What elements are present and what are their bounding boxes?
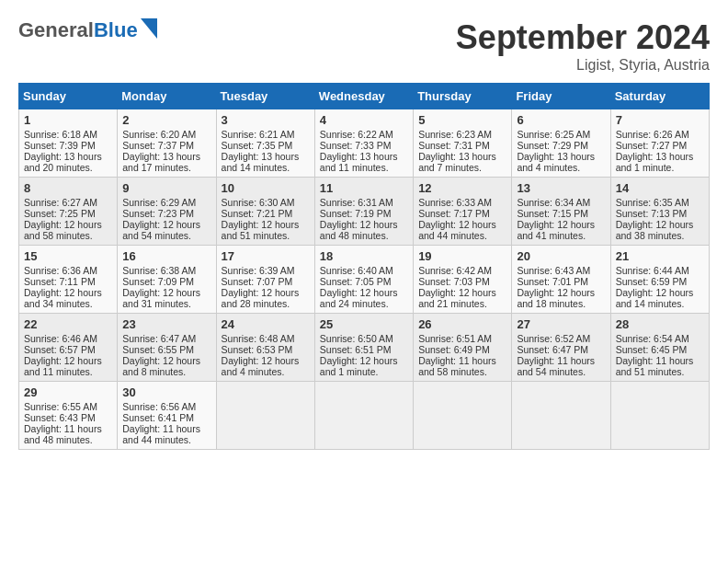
day-number: 17 — [222, 249, 310, 263]
day-number: 19 — [418, 249, 506, 263]
calendar-cell: 21Sunrise: 6:44 AMSunset: 6:59 PMDayligh… — [610, 246, 709, 314]
day-info-line: Sunset: 7:29 PM — [517, 140, 605, 151]
day-number: 10 — [222, 181, 310, 195]
day-info-line: Sunset: 7:13 PM — [616, 208, 704, 219]
calendar-cell: 12Sunrise: 6:33 AMSunset: 7:17 PMDayligh… — [414, 178, 512, 246]
calendar-cell: 14Sunrise: 6:35 AMSunset: 7:13 PMDayligh… — [610, 178, 709, 246]
calendar-cell: 7Sunrise: 6:26 AMSunset: 7:27 PMDaylight… — [610, 109, 709, 178]
calendar-cell — [610, 382, 709, 450]
day-info-line: Daylight: 12 hours — [320, 355, 408, 366]
day-info-line: Daylight: 12 hours — [418, 287, 506, 298]
calendar-cell: 30Sunrise: 6:56 AMSunset: 6:41 PMDayligh… — [118, 382, 216, 450]
day-info-line: Sunrise: 6:35 AM — [616, 197, 704, 208]
calendar-cell: 1Sunrise: 6:18 AMSunset: 7:39 PMDaylight… — [19, 109, 118, 178]
weekday-header-row: SundayMondayTuesdayWednesdayThursdayFrid… — [19, 84, 710, 109]
day-info-line: Sunrise: 6:38 AM — [122, 265, 210, 276]
day-info-line: and 14 minutes. — [616, 298, 704, 309]
day-info-line: Daylight: 11 hours — [517, 355, 605, 366]
calendar-cell: 11Sunrise: 6:31 AMSunset: 7:19 PMDayligh… — [314, 178, 413, 246]
day-number: 15 — [24, 249, 112, 263]
day-info-line: Sunrise: 6:44 AM — [616, 265, 704, 276]
day-info-line: and 7 minutes. — [418, 162, 506, 173]
day-number: 25 — [320, 317, 408, 331]
logo-general: General — [18, 18, 94, 41]
calendar-cell — [314, 382, 413, 450]
day-info-line: and 1 minute. — [616, 162, 704, 173]
week-row-2: 8Sunrise: 6:27 AMSunset: 7:25 PMDaylight… — [19, 178, 710, 246]
day-number: 30 — [122, 385, 210, 399]
calendar-cell: 29Sunrise: 6:55 AMSunset: 6:43 PMDayligh… — [19, 382, 118, 450]
day-info-line: Sunset: 6:51 PM — [320, 344, 408, 355]
day-info-line: and 11 minutes. — [24, 366, 112, 377]
weekday-saturday: Saturday — [610, 84, 709, 109]
calendar-cell: 28Sunrise: 6:54 AMSunset: 6:45 PMDayligh… — [610, 314, 709, 382]
day-info-line: Sunset: 7:05 PM — [320, 276, 408, 287]
day-info-line: Daylight: 13 hours — [24, 151, 112, 162]
day-number: 5 — [418, 113, 506, 127]
calendar-cell: 22Sunrise: 6:46 AMSunset: 6:57 PMDayligh… — [19, 314, 118, 382]
day-info-line: Sunrise: 6:21 AM — [222, 129, 310, 140]
day-number: 8 — [24, 181, 112, 195]
day-info-line: Sunrise: 6:25 AM — [517, 129, 605, 140]
day-info-line: Daylight: 12 hours — [418, 219, 506, 230]
day-info-line: Daylight: 13 hours — [517, 151, 605, 162]
day-info-line: Sunset: 7:25 PM — [24, 208, 112, 219]
location: Ligist, Styria, Austria — [456, 57, 710, 74]
day-info-line: Daylight: 12 hours — [517, 219, 605, 230]
day-info-line: Sunrise: 6:36 AM — [24, 265, 112, 276]
day-info-line: and 28 minutes. — [222, 298, 310, 309]
day-info-line: Sunrise: 6:39 AM — [222, 265, 310, 276]
day-info-line: Sunrise: 6:18 AM — [24, 129, 112, 140]
day-info-line: and 51 minutes. — [616, 366, 704, 377]
day-number: 21 — [616, 249, 704, 263]
calendar-cell: 6Sunrise: 6:25 AMSunset: 7:29 PMDaylight… — [512, 109, 610, 178]
logo-icon — [141, 18, 157, 39]
day-info-line: Sunset: 6:57 PM — [24, 344, 112, 355]
day-info-line: Sunset: 6:55 PM — [122, 344, 210, 355]
day-info-line: Daylight: 12 hours — [122, 287, 210, 298]
logo-blue: Blue — [94, 18, 138, 41]
day-info-line: and 17 minutes. — [122, 162, 210, 173]
month-title: September 2024 — [456, 18, 710, 57]
day-info-line: and 1 minute. — [320, 366, 408, 377]
day-info-line: Daylight: 12 hours — [222, 287, 310, 298]
day-info-line: Daylight: 12 hours — [320, 287, 408, 298]
day-number: 2 — [122, 113, 210, 127]
day-info-line: Sunrise: 6:47 AM — [122, 333, 210, 344]
day-info-line: Sunset: 7:11 PM — [24, 276, 112, 287]
day-info-line: Sunrise: 6:46 AM — [24, 333, 112, 344]
calendar-cell — [216, 382, 314, 450]
weekday-thursday: Thursday — [414, 84, 512, 109]
day-info-line: and 18 minutes. — [517, 298, 605, 309]
day-info-line: Daylight: 12 hours — [517, 287, 605, 298]
day-info-line: Sunrise: 6:23 AM — [418, 129, 506, 140]
day-info-line: and 34 minutes. — [24, 298, 112, 309]
calendar-cell: 26Sunrise: 6:51 AMSunset: 6:49 PMDayligh… — [414, 314, 512, 382]
calendar-cell — [512, 382, 610, 450]
day-number: 14 — [616, 181, 704, 195]
day-info-line: Sunrise: 6:30 AM — [222, 197, 310, 208]
day-number: 9 — [122, 181, 210, 195]
day-info-line: Daylight: 13 hours — [222, 151, 310, 162]
day-info-line: Sunrise: 6:31 AM — [320, 197, 408, 208]
calendar-cell: 17Sunrise: 6:39 AMSunset: 7:07 PMDayligh… — [216, 246, 314, 314]
day-number: 22 — [24, 317, 112, 331]
calendar-cell: 15Sunrise: 6:36 AMSunset: 7:11 PMDayligh… — [19, 246, 118, 314]
day-info-line: Daylight: 12 hours — [222, 355, 310, 366]
day-number: 7 — [616, 113, 704, 127]
day-info-line: Daylight: 12 hours — [616, 287, 704, 298]
day-info-line: Sunset: 7:33 PM — [320, 140, 408, 151]
day-info-line: Sunset: 6:53 PM — [222, 344, 310, 355]
day-info-line: and 11 minutes. — [320, 162, 408, 173]
day-info-line: and 48 minutes. — [24, 434, 112, 445]
day-info-line: Sunrise: 6:52 AM — [517, 333, 605, 344]
day-info-line: Daylight: 13 hours — [418, 151, 506, 162]
day-info-line: Daylight: 11 hours — [122, 423, 210, 434]
calendar-cell: 10Sunrise: 6:30 AMSunset: 7:21 PMDayligh… — [216, 178, 314, 246]
day-info-line: Sunset: 6:47 PM — [517, 344, 605, 355]
day-info-line: and 24 minutes. — [320, 298, 408, 309]
day-number: 27 — [517, 317, 605, 331]
day-info-line: Daylight: 12 hours — [24, 355, 112, 366]
day-info-line: Sunrise: 6:50 AM — [320, 333, 408, 344]
day-info-line: Sunset: 7:09 PM — [122, 276, 210, 287]
